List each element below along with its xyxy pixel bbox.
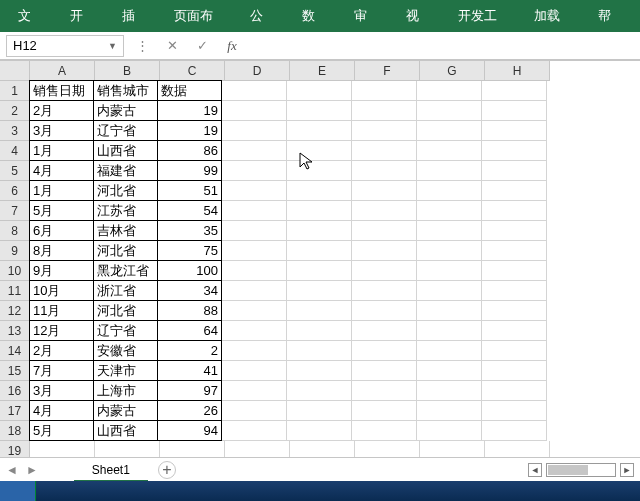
cell[interactable]: 河北省 xyxy=(93,240,158,261)
cell[interactable]: 浙江省 xyxy=(93,280,158,301)
cell[interactable] xyxy=(222,141,287,161)
sheet-nav[interactable]: ◄► xyxy=(0,463,44,477)
row-header[interactable]: 9 xyxy=(0,241,30,261)
cell[interactable]: 山西省 xyxy=(93,140,158,161)
dropdown-icon[interactable]: ⋮ xyxy=(130,35,154,57)
select-all-corner[interactable] xyxy=(0,61,30,81)
cell[interactable]: 吉林省 xyxy=(93,220,158,241)
cell[interactable] xyxy=(287,81,352,101)
cell[interactable] xyxy=(287,381,352,401)
cell[interactable]: 6月 xyxy=(29,220,94,241)
cell[interactable]: 99 xyxy=(157,160,222,181)
cell[interactable] xyxy=(287,281,352,301)
cell[interactable]: 5月 xyxy=(29,200,94,221)
cell[interactable] xyxy=(482,81,547,101)
column-header[interactable]: A xyxy=(30,61,95,81)
cell[interactable] xyxy=(417,161,482,181)
cell[interactable]: 销售日期 xyxy=(29,80,94,101)
cell[interactable] xyxy=(352,221,417,241)
cell[interactable]: 19 xyxy=(157,120,222,141)
cell[interactable] xyxy=(482,201,547,221)
row-header[interactable]: 13 xyxy=(0,321,30,341)
ribbon-tab[interactable]: 审阅 xyxy=(340,0,392,32)
cell[interactable] xyxy=(417,361,482,381)
cell[interactable] xyxy=(352,341,417,361)
cell[interactable] xyxy=(287,401,352,421)
cell[interactable] xyxy=(222,301,287,321)
cell[interactable]: 上海市 xyxy=(93,380,158,401)
cell[interactable] xyxy=(222,281,287,301)
cell[interactable] xyxy=(482,101,547,121)
cell[interactable]: 4月 xyxy=(29,160,94,181)
cell[interactable]: 11月 xyxy=(29,300,94,321)
cell[interactable] xyxy=(287,421,352,441)
cell[interactable]: 54 xyxy=(157,200,222,221)
ribbon-tab[interactable]: 视图 xyxy=(392,0,444,32)
cell[interactable]: 100 xyxy=(157,260,222,281)
row-header[interactable]: 15 xyxy=(0,361,30,381)
name-box[interactable]: H12 ▼ xyxy=(6,35,124,57)
cell[interactable] xyxy=(287,221,352,241)
cell[interactable] xyxy=(482,241,547,261)
cell[interactable]: 2 xyxy=(157,340,222,361)
cell[interactable]: 35 xyxy=(157,220,222,241)
cell[interactable] xyxy=(287,321,352,341)
cell[interactable] xyxy=(287,301,352,321)
cell[interactable]: 26 xyxy=(157,400,222,421)
cell[interactable] xyxy=(222,421,287,441)
cell[interactable]: 64 xyxy=(157,320,222,341)
ribbon-tab[interactable]: 开始 xyxy=(56,0,108,32)
ribbon-tab[interactable]: 帮助 xyxy=(584,0,636,32)
cell[interactable] xyxy=(287,341,352,361)
cell[interactable]: 3月 xyxy=(29,120,94,141)
cell[interactable] xyxy=(352,241,417,261)
cell[interactable]: 41 xyxy=(157,360,222,381)
row-header[interactable]: 8 xyxy=(0,221,30,241)
cell[interactable] xyxy=(482,321,547,341)
cell[interactable] xyxy=(222,341,287,361)
chevron-down-icon[interactable]: ▼ xyxy=(108,41,117,51)
cell[interactable]: 4月 xyxy=(29,400,94,421)
cell[interactable] xyxy=(417,341,482,361)
cell[interactable] xyxy=(417,201,482,221)
cell[interactable]: 江苏省 xyxy=(93,200,158,221)
cell[interactable] xyxy=(222,261,287,281)
cell[interactable]: 51 xyxy=(157,180,222,201)
column-header[interactable]: C xyxy=(160,61,225,81)
ribbon-tab[interactable]: 数据 xyxy=(288,0,340,32)
cell[interactable] xyxy=(417,181,482,201)
scroll-left-icon[interactable]: ◄ xyxy=(528,463,542,477)
cell[interactable] xyxy=(222,401,287,421)
cell[interactable] xyxy=(222,161,287,181)
cell[interactable] xyxy=(482,161,547,181)
cell[interactable] xyxy=(417,81,482,101)
sheet-tab-active[interactable]: Sheet1 xyxy=(74,458,148,482)
cell[interactable]: 1月 xyxy=(29,140,94,161)
cell[interactable] xyxy=(417,221,482,241)
cell[interactable] xyxy=(417,381,482,401)
cell[interactable] xyxy=(287,201,352,221)
cancel-icon[interactable]: ✕ xyxy=(160,35,184,57)
cell[interactable] xyxy=(222,101,287,121)
cell[interactable]: 34 xyxy=(157,280,222,301)
add-sheet-button[interactable]: + xyxy=(158,461,176,479)
cell[interactable] xyxy=(417,301,482,321)
cell[interactable]: 3月 xyxy=(29,380,94,401)
row-header[interactable]: 2 xyxy=(0,101,30,121)
ribbon-tab[interactable]: 插入 xyxy=(108,0,160,32)
cells-area[interactable]: 销售日期销售城市数据2月内蒙古193月辽宁省191月山西省864月福建省991月… xyxy=(30,81,550,460)
cell[interactable] xyxy=(417,241,482,261)
cell[interactable]: 辽宁省 xyxy=(93,120,158,141)
cell[interactable] xyxy=(287,181,352,201)
cell[interactable] xyxy=(482,121,547,141)
cell[interactable]: 销售城市 xyxy=(93,80,158,101)
cell[interactable]: 内蒙古 xyxy=(93,100,158,121)
row-header[interactable]: 16 xyxy=(0,381,30,401)
row-header[interactable]: 10 xyxy=(0,261,30,281)
cell[interactable] xyxy=(352,281,417,301)
cell[interactable]: 安徽省 xyxy=(93,340,158,361)
cell[interactable]: 2月 xyxy=(29,340,94,361)
cell[interactable] xyxy=(417,261,482,281)
cell[interactable]: 数据 xyxy=(157,80,222,101)
cell[interactable]: 1月 xyxy=(29,180,94,201)
